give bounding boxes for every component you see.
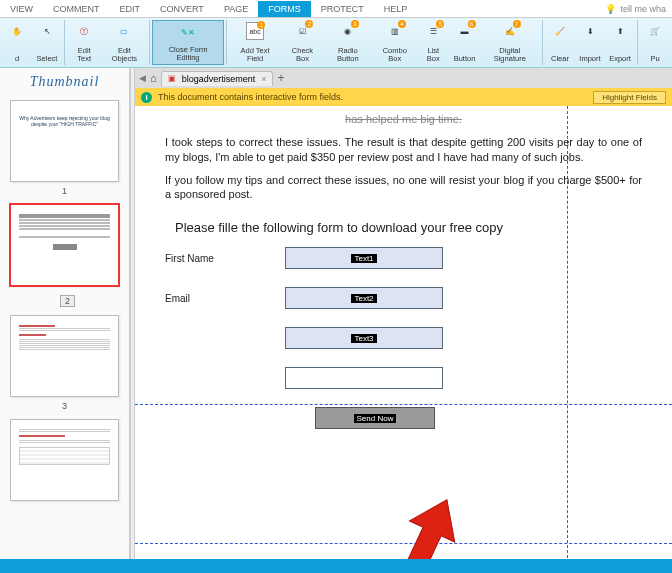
info-message: This document contains interactive form …	[158, 92, 343, 102]
thumbnail-page-1[interactable]: Why Advertisers keep rejecting your blog…	[10, 100, 119, 182]
field-blank[interactable]	[285, 367, 443, 389]
thumbnail-page-2[interactable]	[10, 204, 119, 286]
pdf-icon: ▣	[168, 74, 176, 83]
send-now-button[interactable]: Send Now	[315, 407, 435, 429]
home-icon[interactable]: ⌂	[150, 72, 157, 84]
publish-button[interactable]: 🛒Pu	[640, 20, 670, 65]
page-scroll[interactable]: has helped me big time. I took steps to …	[135, 106, 672, 573]
close-tab-icon[interactable]: ×	[261, 74, 266, 84]
menubar: VIEW COMMENT EDIT CONVERT PAGE FORMS PRO…	[0, 0, 672, 18]
import-button[interactable]: ⬇Import	[575, 20, 605, 65]
highlight-fields-button[interactable]: Highlight Fields	[593, 91, 666, 104]
status-bar	[0, 559, 672, 573]
collapse-icon[interactable]: ◀	[139, 73, 146, 83]
info-icon: i	[141, 92, 152, 103]
workspace: Thumbnail Why Advertisers keep rejecting…	[0, 68, 672, 573]
combo-box-button[interactable]: ▥4Combo Box	[372, 20, 417, 65]
thumbnail-page-4[interactable]	[10, 419, 119, 501]
combo-icon: ▥4	[386, 22, 404, 40]
thumb-num-2: 2	[60, 295, 75, 307]
thumb-num-3: 3	[10, 401, 119, 411]
export-icon: ⬆	[611, 22, 629, 40]
thumbnail-title: Thumbnail	[0, 68, 129, 96]
form-heading: Please fille the following form to downl…	[175, 220, 642, 235]
export-button[interactable]: ⬆Export	[605, 20, 635, 65]
thumbnail-page-3[interactable]	[10, 315, 119, 397]
thumb-num-1: 1	[10, 186, 119, 196]
button-button[interactable]: ▬6Button	[450, 20, 480, 65]
signature-icon: ✍7	[501, 22, 519, 40]
import-icon: ⬇	[581, 22, 599, 40]
add-text-field-button[interactable]: abc1Add Text Field	[229, 20, 282, 65]
menu-tab-edit[interactable]: EDIT	[110, 1, 151, 17]
edit-text-icon: Ⓣ	[75, 22, 93, 40]
menu-tab-view[interactable]: VIEW	[0, 1, 43, 17]
menu-tab-comment[interactable]: COMMENT	[43, 1, 110, 17]
p0: has helped me big time.	[165, 112, 642, 127]
clear-icon: 🧹	[551, 22, 569, 40]
edit-objects-icon: ▭	[115, 22, 133, 40]
hand-icon: ✋	[8, 22, 26, 40]
tab-label: blogadvertisement	[182, 74, 256, 84]
label-email: Email	[165, 293, 255, 304]
menu-tab-forms[interactable]: FORMS	[258, 1, 311, 17]
menu-tab-convert[interactable]: CONVERT	[150, 1, 214, 17]
tab-strip: ◀ ⌂ ▣ blogadvertisement × +	[135, 68, 672, 88]
list-icon: ☰5	[424, 22, 442, 40]
add-tab-icon[interactable]: +	[277, 71, 284, 85]
radio-icon: ◉3	[339, 22, 357, 40]
radio-button-button[interactable]: ◉3Radio Button	[323, 20, 372, 65]
edit-objects-button[interactable]: ▭Edit Objects	[101, 20, 147, 65]
list-box-button[interactable]: ☰5List Box	[417, 20, 449, 65]
p1: I took steps to correct these issues. Th…	[165, 135, 642, 165]
document-area: ◀ ⌂ ▣ blogadvertisement × + i This docum…	[135, 68, 672, 573]
check-box-icon: ☑2	[293, 22, 311, 40]
tell-me-search[interactable]: 💡 tell me wha	[599, 4, 672, 14]
ribbon: ✋d ↖Select ⓉEdit Text ▭Edit Objects ✎✕Cl…	[0, 18, 672, 68]
menu-tab-page[interactable]: PAGE	[214, 1, 258, 17]
close-form-editing-button[interactable]: ✎✕Close Form Editing	[152, 20, 223, 65]
menu-tab-help[interactable]: HELP	[374, 1, 418, 17]
info-bar: i This document contains interactive for…	[135, 88, 672, 106]
label-first-name: First Name	[165, 253, 255, 264]
p2: If you follow my tips and correct these …	[165, 173, 642, 203]
select-tool[interactable]: ↖Select	[32, 20, 62, 65]
button-icon: ▬6	[456, 22, 474, 40]
text-field-icon: abc1	[246, 22, 264, 40]
field-first-name[interactable]: Text1	[285, 247, 443, 269]
tell-me-text: tell me wha	[620, 4, 666, 14]
edit-text-button[interactable]: ⓉEdit Text	[67, 20, 101, 65]
hand-tool[interactable]: ✋d	[2, 20, 32, 65]
thumbnail-panel: Thumbnail Why Advertisers keep rejecting…	[0, 68, 130, 573]
field-text3[interactable]: Text3	[285, 327, 443, 349]
page-content: has helped me big time. I took steps to …	[135, 106, 672, 449]
close-form-icon: ✎✕	[179, 23, 197, 41]
cart-icon: 🛒	[646, 22, 664, 40]
menu-tab-protect[interactable]: PROTECT	[311, 1, 374, 17]
field-email[interactable]: Text2	[285, 287, 443, 309]
bulb-icon: 💡	[605, 4, 616, 14]
document-tab[interactable]: ▣ blogadvertisement ×	[161, 71, 274, 86]
cursor-icon: ↖	[38, 22, 56, 40]
digital-signature-button[interactable]: ✍7Digital Signature	[480, 20, 540, 65]
thumbnail-scroll[interactable]: Why Advertisers keep rejecting your blog…	[0, 96, 129, 573]
check-box-button[interactable]: ☑2Check Box	[282, 20, 324, 65]
clear-button[interactable]: 🧹Clear	[545, 20, 575, 65]
